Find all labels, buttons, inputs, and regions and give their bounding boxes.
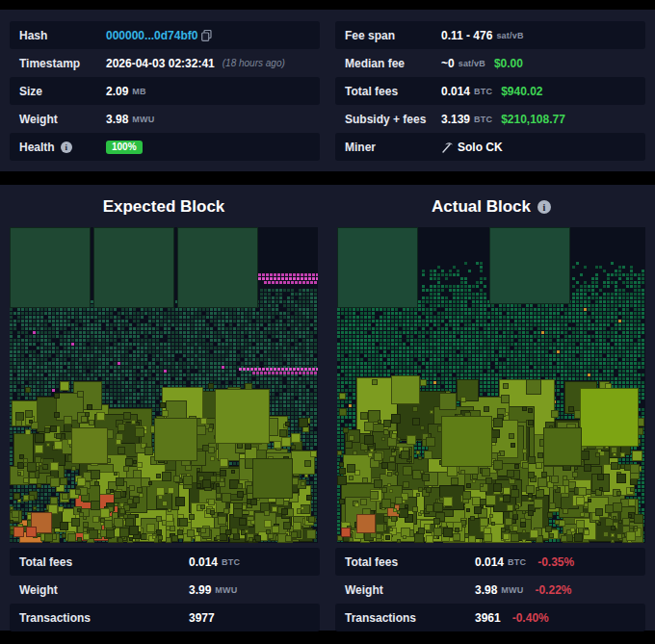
actual-transactions-delta: -0.40% <box>512 611 549 625</box>
hash-row: Hash 000000...0d74bf0 <box>10 21 320 49</box>
actual-total-fees-unit: BTC <box>508 557 526 567</box>
subsidy-unit: BTC <box>474 115 492 124</box>
expected-block-visualization[interactable] <box>10 227 318 543</box>
subsidy-row: Subsidy + fees 3.139 BTC $210,108.77 <box>335 105 645 133</box>
total-fees-value: 0.014 <box>441 85 470 98</box>
actual-weight-unit: MWU <box>501 585 523 595</box>
summary-right-table: Fee span 0.11 - 476 sat/vB Median fee ~0… <box>335 21 645 161</box>
summary-left-table: Hash 000000...0d74bf0 Timestamp 2026-04-… <box>10 21 320 161</box>
subsidy-label: Subsidy + fees <box>345 113 441 126</box>
size-label: Size <box>19 85 106 98</box>
miner-link[interactable]: Solo CK <box>458 141 503 154</box>
total-fees-usd: $940.02 <box>501 85 542 98</box>
actual-transactions-row: Transactions 3961 -0.40% <box>335 604 645 631</box>
actual-block-title-text: Actual Block <box>432 197 531 217</box>
expected-transactions-value: 3977 <box>189 611 215 625</box>
health-info-icon[interactable]: i <box>61 142 72 153</box>
actual-total-fees-value: 0.014 <box>475 555 504 569</box>
block-summary-panel: Hash 000000...0d74bf0 Timestamp 2026-04-… <box>0 10 655 171</box>
actual-block-stats: Total fees 0.014 BTC -0.35% Weight 3.98 … <box>335 548 645 631</box>
timestamp-row: Timestamp 2026-04-03 02:32:41 (18 hours … <box>10 49 320 77</box>
fee-span-row: Fee span 0.11 - 476 sat/vB <box>335 21 645 49</box>
actual-total-fees-row: Total fees 0.014 BTC -0.35% <box>335 548 645 576</box>
median-fee-row: Median fee ~0 sat/vB $0.00 <box>335 49 645 77</box>
expected-total-fees-unit: BTC <box>222 557 240 567</box>
timestamp-value: 2026-04-03 02:32:41 <box>106 57 215 70</box>
expected-weight-row: Weight 3.99 MWU <box>10 576 320 604</box>
subsidy-usd: $210,108.77 <box>501 113 565 126</box>
weight-row: Weight 3.98 MWU <box>10 105 320 133</box>
actual-weight-value: 3.98 <box>475 583 497 597</box>
weight-unit: MWU <box>132 115 154 124</box>
actual-weight-delta: -0.22% <box>535 583 571 597</box>
size-unit: MB <box>132 87 145 96</box>
expected-transactions-row: Transactions 3977 <box>10 604 320 631</box>
copy-icon[interactable] <box>201 30 212 41</box>
size-value: 2.09 <box>106 85 128 98</box>
health-badge: 100% <box>106 141 143 154</box>
actual-block-title: Actual Block i <box>337 197 645 217</box>
expected-block-title-text: Expected Block <box>103 197 225 217</box>
timestamp-label: Timestamp <box>19 57 106 70</box>
subsidy-value: 3.139 <box>441 113 470 126</box>
actual-total-fees-label: Total fees <box>345 555 451 569</box>
actual-block-visualization[interactable] <box>337 227 645 543</box>
actual-block-info-icon[interactable]: i <box>537 200 551 214</box>
pickaxe-icon <box>441 141 454 153</box>
median-fee-unit: sat/vB <box>458 59 485 68</box>
expected-weight-value: 3.99 <box>189 583 211 597</box>
health-row: Health i 100% <box>10 133 320 161</box>
fee-span-value: 0.11 - 476 <box>441 29 492 42</box>
block-comparison-panel: Expected Block Actual Block i Total fees… <box>0 185 655 631</box>
total-fees-unit: BTC <box>474 87 492 96</box>
weight-value: 3.98 <box>106 113 128 126</box>
size-row: Size 2.09 MB <box>10 77 320 105</box>
actual-transactions-label: Transactions <box>345 611 451 625</box>
expected-total-fees-label: Total fees <box>19 555 125 569</box>
total-fees-row: Total fees 0.014 BTC $940.02 <box>335 77 645 105</box>
weight-label: Weight <box>19 113 106 126</box>
median-fee-usd: $0.00 <box>494 57 523 70</box>
expected-weight-unit: MWU <box>215 585 237 595</box>
expected-weight-label: Weight <box>19 583 125 597</box>
expected-total-fees-row: Total fees 0.014 BTC <box>10 548 320 576</box>
timestamp-ago: (18 hours ago) <box>223 58 285 68</box>
hash-label: Hash <box>19 29 106 42</box>
fee-span-unit: sat/vB <box>496 31 523 40</box>
miner-row: Miner Solo CK <box>335 133 645 161</box>
expected-block-title: Expected Block <box>10 197 318 217</box>
actual-weight-label: Weight <box>345 583 451 597</box>
actual-total-fees-delta: -0.35% <box>537 555 574 569</box>
hash-link[interactable]: 000000...0d74bf0 <box>106 29 197 42</box>
health-label: Health <box>19 141 55 154</box>
median-fee-value: ~0 <box>441 57 455 70</box>
actual-weight-row: Weight 3.98 MWU -0.22% <box>335 576 645 604</box>
total-fees-label: Total fees <box>345 85 441 98</box>
expected-transactions-label: Transactions <box>19 611 125 625</box>
block-audit-page: Hash 000000...0d74bf0 Timestamp 2026-04-… <box>0 0 655 644</box>
fee-span-label: Fee span <box>345 29 441 42</box>
actual-transactions-value: 3961 <box>475 611 501 625</box>
expected-total-fees-value: 0.014 <box>189 555 218 569</box>
median-fee-label: Median fee <box>345 57 441 70</box>
miner-label: Miner <box>345 141 441 154</box>
expected-block-stats: Total fees 0.014 BTC Weight 3.99 MWU Tra… <box>10 548 320 631</box>
